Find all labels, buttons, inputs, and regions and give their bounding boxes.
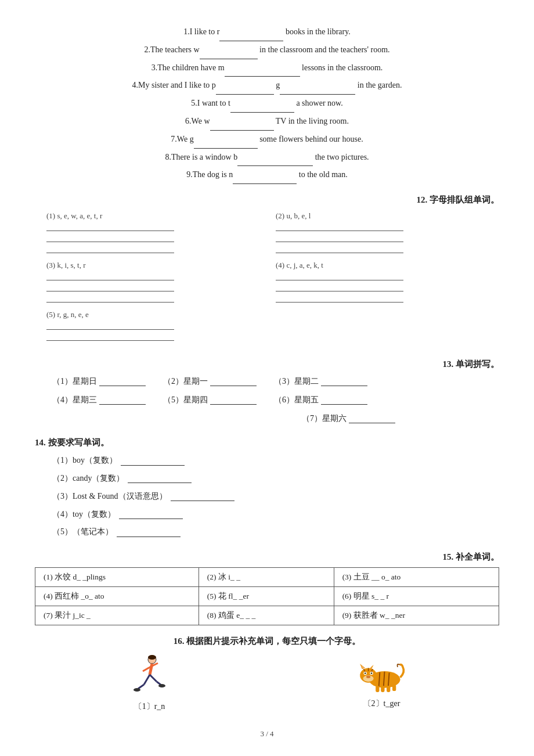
day-label-2: （2）星期一 (163, 373, 208, 390)
svg-rect-26 (376, 686, 379, 692)
blank-1 (219, 32, 283, 41)
section-12-title: 12. 字母排队组单词。 (35, 195, 499, 206)
day-label-6: （6）星期五 (274, 392, 319, 408)
picture-items: 〔1〕r_n (35, 653, 499, 712)
section-13: 13. 单词拼写。 （1）星期日 （2）星期一 （3）星期二 （4）星期三 （5… (35, 359, 499, 427)
svg-rect-28 (387, 686, 390, 692)
blank-2 (200, 50, 258, 59)
sentence-9: 9.The dog is n to the old man. (35, 166, 499, 184)
blank-7 (194, 139, 258, 149)
word-list: （1）boy（复数） （2）candy（复数） （3）Lost & Found（… (52, 452, 499, 541)
answer-line (46, 233, 174, 242)
section-15-title: 15. 补全单词。 (35, 552, 499, 563)
tiger-image (356, 656, 408, 696)
day-item-6: （6）星期五 (274, 392, 367, 408)
word-label-3: （3）Lost & Found（汉语意思） (52, 488, 167, 506)
answer-line (276, 244, 403, 253)
letter-grid: (1) s, e, w, a, e, t, r (2) u, b, e, l (… (46, 211, 488, 348)
word-label-2: （2）candy（复数） (52, 470, 124, 488)
svg-line-6 (138, 685, 144, 689)
word-item-2: （2）candy（复数） (52, 470, 499, 488)
table-cell: (3) 土豆 __ o_ ato (334, 568, 499, 587)
sentence-7: 7.We g some flowers behind our house. (35, 131, 499, 149)
word-blank-5 (117, 528, 181, 537)
day-label-7: （7）星期六 (302, 411, 347, 427)
blank-9 (233, 175, 297, 184)
letter-item-1: (1) s, e, w, a, e, t, r (46, 211, 258, 255)
svg-point-1 (148, 655, 156, 660)
section-14-title: 14. 按要求写单词。 (35, 437, 499, 448)
days-row-3: （7）星期六 (302, 411, 499, 427)
svg-line-7 (150, 675, 157, 682)
word-item-1: （1）boy（复数） (52, 452, 499, 470)
svg-point-21 (370, 672, 372, 674)
answer-lines-4 (276, 271, 488, 303)
word-item-5: （5）（笔记本） (52, 523, 499, 541)
section-13-title: 13. 单词拼写。 (35, 359, 499, 370)
day-blank-7 (349, 414, 395, 423)
day-label-1: （1）星期日 (52, 373, 97, 390)
day-blank-3 (321, 377, 367, 386)
sentence-1: 1.I like to r books in the library. (35, 23, 499, 41)
section-16-title: 16. 根据图片提示补充单词，每空只填一个字母。 (35, 636, 499, 647)
svg-line-5 (144, 675, 150, 685)
table-row: (1) 水饺 d_ _plings (2) 冰 i_ _ (3) 土豆 __ o… (35, 568, 499, 587)
answer-lines-1 (46, 222, 258, 253)
answer-lines-2 (276, 222, 488, 253)
table-cell: (5) 花 fl_ _er (199, 587, 334, 606)
svg-point-19 (364, 672, 366, 674)
table-cell: (2) 冰 i_ _ (199, 568, 334, 587)
svg-point-22 (366, 676, 370, 679)
answer-line (46, 244, 174, 253)
answer-line (46, 321, 174, 330)
word-item-3: （3）Lost & Found（汉语意思） (52, 488, 499, 506)
day-blank-2 (210, 377, 257, 386)
answer-lines-3 (46, 271, 258, 303)
answer-lines-5 (46, 321, 258, 341)
answer-line (276, 233, 403, 242)
sentence-3: 3.The children have m lessons in the cla… (35, 59, 499, 77)
answer-line (46, 222, 174, 231)
letter-label-5: (5) r, g, n, e, e (46, 310, 258, 319)
table-cell: (7) 果汁 j_ic _ (35, 606, 199, 625)
letter-item-4: (4) c, j, a, e, k, t (276, 261, 488, 304)
answer-line (46, 332, 174, 341)
day-item-5: （5）星期四 (163, 392, 257, 408)
table-cell: (1) 水饺 d_ _plings (35, 568, 199, 587)
picture-label-2: 〔2〕t_ger (363, 699, 400, 709)
section-12: 12. 字母排队组单词。 (1) s, e, w, a, e, t, r (2)… (35, 195, 499, 348)
blank-8 (237, 157, 313, 166)
day-blank-6 (321, 395, 367, 405)
letter-item-3: (3) k, i, s, t, r (46, 261, 258, 304)
letter-label-2: (2) u, b, e, l (276, 211, 488, 221)
word-label-5: （5）（笔记本） (52, 523, 113, 541)
runner-image (127, 653, 173, 699)
blank-4b (280, 85, 355, 95)
day-blank-4 (99, 395, 146, 405)
answer-line (276, 293, 403, 303)
sentence-5: 5.I want to t a shower now. (35, 95, 499, 113)
section-14: 14. 按要求写单词。 （1）boy（复数） （2）candy（复数） （3）L… (35, 437, 499, 541)
answer-line (46, 282, 174, 291)
blank-3 (225, 67, 300, 77)
day-item-4: （4）星期三 (52, 392, 146, 408)
svg-point-9 (134, 688, 140, 692)
blank-4a (216, 85, 274, 95)
day-label-5: （5）星期四 (163, 392, 208, 408)
table-cell: (6) 明星 s_ _ r (334, 587, 499, 606)
table-row: (7) 果汁 j_ic _ (8) 鸡蛋 e_ _ _ (9) 获胜者 w_ _… (35, 606, 499, 625)
day-label-3: （3）星期二 (274, 373, 319, 390)
sentence-6: 6.We w TV in the living room. (35, 113, 499, 131)
answer-line (46, 293, 174, 303)
sentence-2: 2.The teachers w in the classroom and th… (35, 41, 499, 59)
word-label-1: （1）boy（复数） (52, 452, 117, 470)
sentence-4: 4.My sister and I like to p g in the gar… (35, 77, 499, 95)
picture-item-1: 〔1〕r_n (127, 653, 173, 712)
letter-label-1: (1) s, e, w, a, e, t, r (46, 211, 258, 221)
day-item-7: （7）星期六 (302, 411, 395, 427)
blank-6 (210, 121, 274, 131)
answer-line (276, 222, 403, 231)
word-item-4: （4）toy（复数） (52, 506, 499, 524)
table-row: (4) 西红柿 _o_ ato (5) 花 fl_ _er (6) 明星 s_ … (35, 587, 499, 606)
section-15: 15. 补全单词。 (1) 水饺 d_ _plings (2) 冰 i_ _ (… (35, 552, 499, 625)
